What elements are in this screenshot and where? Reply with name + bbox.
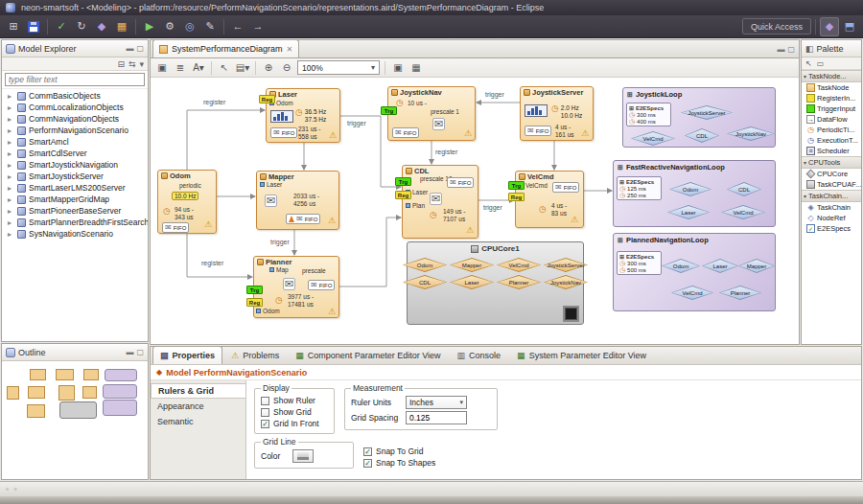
tree-item-smartpioneerbaseserver[interactable]: ▸SmartPioneerBaseServer [2,205,148,217]
expander-icon[interactable]: ▸ [8,103,14,112]
task-ref-joystickserver[interactable]: JoystickServer [681,105,733,120]
expander-icon[interactable]: ▸ [8,115,14,124]
maximize-icon[interactable]: ▢ [136,348,144,356]
back-button[interactable]: ← [228,17,247,36]
collapse-all-icon[interactable]: ⊟ [117,59,125,69]
grid-color-button[interactable] [292,449,314,463]
task-diamond-velcmd[interactable]: VelCmd [497,258,541,272]
property-tab-appearance[interactable]: Appearance [151,399,245,414]
zoom-level-select[interactable]: 100% ▾ [297,60,380,75]
snapshot-icon[interactable]: ▣ [390,62,406,73]
zoom-out-icon[interactable]: ⊖ [279,62,294,73]
arrange-icon[interactable]: ▤▾ [235,62,250,73]
expander-icon[interactable]: ▸ [8,149,14,158]
zoom-in-icon[interactable]: ⊕ [261,62,276,73]
search-button[interactable]: ◎ [180,17,199,36]
e2e-specs[interactable]: ⊞E2ESpecs◷300 ms◷500 ms [617,251,662,275]
tab-system-performance-diagram[interactable]: SystemPerformanceDiagram ✕ [152,39,299,57]
snap-to-shapes-checkbox[interactable]: Snap To Shapes [363,458,435,468]
component-joystickserver[interactable]: JoystickServer✉FIFO◷2.0 Hz10.0 Hz4 us -1… [520,86,594,141]
forward-button[interactable]: → [248,17,268,36]
expander-icon[interactable]: ▸ [8,230,14,239]
grid-toggle-icon[interactable]: ▦ [408,62,424,73]
tree-item-commnavigationobjects[interactable]: ▸CommNavigationObjects [2,113,148,125]
task-ref-laser[interactable]: Laser [667,205,710,219]
register-port-badge[interactable]: Reg [246,298,263,307]
task-diamond-cdl[interactable]: CDL [403,275,447,289]
expander-icon[interactable]: ▸ [8,172,14,181]
palette-item-executiont[interactable]: ExecutionT... [802,135,861,146]
tree-item-sysnavigationscenario[interactable]: ▸SysNavigationScenario [2,228,148,240]
snap-to-grid-checkbox[interactable]: Snap To Grid [363,447,435,456]
task-diamond-joystickserver[interactable]: JoystickServer [544,258,588,272]
tree-item-smartplannerbreadthfirstsearch[interactable]: ▸SmartPlannerBreadthFirstSearch [2,217,148,228]
task-diamond-joysticknav[interactable]: JoystickNav [544,275,588,289]
outline-thumbnail[interactable] [2,361,148,479]
palette-item-cpucore[interactable]: CPUCore [802,169,861,179]
expander-icon[interactable]: ▸ [8,207,14,216]
tree-item-smartamcl[interactable]: ▸SmartAmcl [2,136,148,148]
palette-drawer-cputools[interactable]: ▾CPUTools [802,156,861,169]
task-ref-joysticknav[interactable]: JoystickNav [727,126,775,141]
status-left-icon[interactable]: ▫ [6,485,9,493]
task-ref-velcmd[interactable]: VelCmd [671,286,713,300]
component-mapper[interactable]: MapperLaser✉2033 us -4256 us✉FIFO⚠ [256,171,339,230]
tree-item-smartjoystickserver[interactable]: ▸SmartJoystickServer [2,171,148,182]
tab-component-parameter-editor-view[interactable]: Component Parameter Editor View [288,346,448,364]
minimize-icon[interactable]: ▬ [126,348,133,356]
task-ref-cdl[interactable]: CDL [685,128,719,143]
model-explorer-header[interactable]: Model Explorer ▬▢ [2,40,148,57]
model-button[interactable]: ◆ [92,17,111,36]
palette-drawer-taskchain[interactable]: ▾TaskChain... [802,190,861,202]
component-odom[interactable]: Odomperiodic10.0 Hz◷94 us -343 us✉FIFO⚠ [157,170,217,234]
cpu-core-node[interactable]: CPUCore1OdomMapperVelCmdJoystickServerCD… [407,241,584,325]
palette-item-scheduler[interactable]: Scheduler [802,146,861,156]
tab-properties[interactable]: Properties [152,346,222,364]
select-tool-icon[interactable]: ↖ [217,62,232,73]
e2e-specs[interactable]: ⊞E2ESpecs◷125 ms◷250 ms [617,176,662,200]
diagram-canvas[interactable]: registertriggertriggerregisterJoystktrig… [151,78,799,344]
perspective-modeling-button[interactable]: ◆ [820,17,839,36]
tab-close-icon[interactable]: ✕ [287,45,293,54]
task-diamond-odom[interactable]: Odom [403,258,447,272]
expander-icon[interactable]: ▸ [8,138,14,147]
quick-access-button[interactable]: Quick Access [742,18,811,34]
tree-item-smartmappergridmap[interactable]: ▸SmartMapperGridMap [2,194,148,205]
tab-system-parameter-editor-view[interactable]: System Parameter Editor View [509,346,654,364]
ruler-units-select[interactable]: Inches ▾ [406,396,467,409]
expander-icon[interactable]: ▸ [8,92,14,101]
tab-problems[interactable]: Problems [223,346,287,364]
run-button[interactable]: ▶ [140,17,159,36]
trigger-port-badge[interactable]: Trg [508,181,525,190]
tab-console[interactable]: Console [450,346,509,364]
expander-icon[interactable]: ▸ [8,126,14,135]
tree-item-smartjoysticknavigation[interactable]: ▸SmartJoystickNavigation [2,159,148,171]
palette-item-dataflow[interactable]: DataFlow [802,114,861,125]
property-tab-semantic[interactable]: Semantic [151,414,245,429]
title-bar[interactable]: neon-smartsoft - <Modeling> - platform:/… [0,0,863,15]
select-tool-icon[interactable]: ↖ [805,59,812,68]
expander-icon[interactable]: ▸ [8,218,14,227]
filter-input[interactable] [5,73,145,86]
tree-item-smartcdlserver[interactable]: ▸SmartCdlServer [2,148,148,159]
register-port-badge[interactable]: Reg [259,95,275,103]
layers-icon[interactable]: ≣ [173,62,188,73]
trigger-port-badge[interactable]: Trg [395,177,411,186]
task-ref-odom[interactable]: Odom [669,182,711,196]
tree-item-smartlaserlms200server[interactable]: ▸SmartLaserLMS200Server [2,182,148,194]
export-diagram-icon[interactable]: ▣ [154,62,170,73]
save-button[interactable] [24,17,43,36]
perspective-java-button[interactable]: ⬒ [840,17,859,36]
minimize-icon[interactable]: ▬ [126,44,133,53]
loop-fast-reactive-navigation-loop[interactable]: ⊞FastReactiveNavigationLoop⊞E2ESpecs◷125… [613,160,776,227]
palette-drawer-tasknode[interactable]: ▾TaskNode... [802,70,861,82]
tree-item-commbasicobjects[interactable]: ▸CommBasicObjects [2,90,148,102]
expander-icon[interactable]: ▸ [8,184,14,193]
trigger-port-badge[interactable]: Trg [246,286,263,294]
loop-joystick-loop[interactable]: ⊞JoystickLoop⊞E2ESpecs◷300 ms◷400 msJoys… [622,87,776,148]
task-ref-laser[interactable]: Laser [702,259,738,273]
maximize-icon[interactable]: ▢ [787,45,795,54]
task-diamond-mapper[interactable]: Mapper [450,258,494,272]
task-ref-velcmd[interactable]: VelCmd [631,131,675,146]
task-ref-planner[interactable]: Planner [719,286,761,300]
